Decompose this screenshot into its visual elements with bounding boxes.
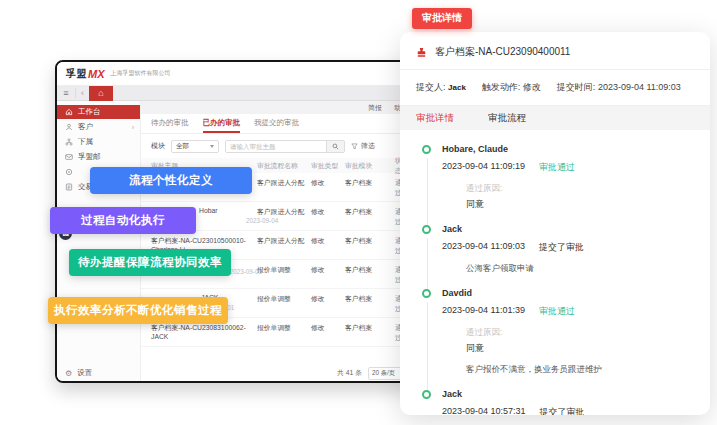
sidebar-collapse-icon[interactable]: ≡	[57, 88, 75, 98]
approval-result-link[interactable]: 审批通过	[539, 305, 575, 318]
row-type: 修改	[311, 265, 345, 288]
reason-label: 通过原因:	[466, 183, 694, 195]
approver-name: Jack	[442, 224, 694, 234]
user-icon	[65, 123, 73, 131]
sidebar-item-customers[interactable]: 客户 ›	[57, 120, 140, 134]
timeline-entry: Davdid 2023-09-04 11:01:39 审批通过 通过原因: 同意…	[422, 288, 694, 389]
feature-banner-todo-reminder: 待办提醒保障流程协同效率	[69, 249, 231, 276]
approval-result-link[interactable]: 审批通过	[539, 161, 575, 174]
feature-banner-efficiency-analysis: 执行效率分析不断优化销售过程	[48, 297, 228, 324]
reason-value: 同意	[466, 198, 694, 211]
approval-detail-panel: 客户档案-NA-CU23090400011 提交人: Jack 触发动作: 修改…	[400, 32, 710, 415]
approval-timestamp: 2023-09-04 11:09:03	[442, 241, 525, 254]
stamp-icon	[416, 47, 427, 58]
sidebar-item-label: 下属	[78, 137, 93, 147]
pagination: 共 41 条 20 条/页	[141, 363, 418, 383]
row-module: 客户档案	[345, 323, 395, 346]
row-flow: 客户跟进人分配	[257, 207, 311, 230]
mail-icon	[65, 153, 73, 161]
home-tab[interactable]: ⌂	[89, 86, 113, 101]
approval-timestamp: 2023-09-04 11:09:19	[442, 161, 525, 174]
col-flow-name: 审批流程名称	[257, 161, 311, 171]
col-module: 审批模块	[345, 161, 395, 171]
window-header: 孚盟 MX 上海孚盟软件有限公司	[57, 62, 418, 86]
module-select-value: 全部	[176, 142, 189, 151]
module-select[interactable]: 全部	[171, 140, 219, 153]
link-briefing[interactable]: 简报	[368, 103, 382, 113]
feature-banner-process-customization: 流程个性化定义	[90, 167, 252, 194]
row-theme: 客户档案-NA-CU23083100062- JACK	[151, 324, 246, 340]
sidebar-item-label: 客户	[78, 122, 93, 132]
org-icon	[65, 138, 73, 146]
timeline-note: 公海客户领取申请	[466, 263, 694, 275]
main-content: 简报 动态 待办的审批 已办的审批 我提交的审批 模块 全部	[141, 101, 418, 383]
row-type: 修改	[311, 236, 345, 259]
timeline-node-icon	[422, 145, 431, 154]
approval-detail-badge: 审批详情	[412, 8, 472, 29]
tab-my-submitted-approvals[interactable]: 我提交的审批	[254, 114, 299, 133]
document-title: 客户档案-NA-CU23090400011	[435, 45, 570, 59]
approval-action-text: 提交了审批	[540, 406, 585, 415]
doc-icon	[65, 183, 73, 191]
feature-banner-automation: 过程自动化执行	[50, 207, 196, 234]
chevron-down-icon	[210, 145, 214, 148]
module-filter-label: 模块	[151, 141, 165, 151]
search-input[interactable]	[226, 141, 326, 152]
timeline-entry: Jack 2023-09-04 10:57:31 提交了审批 销售订单审批流程	[422, 389, 694, 415]
funnel-icon	[351, 143, 358, 150]
col-type: 审批类型	[311, 161, 345, 171]
chevron-right-icon: ›	[132, 124, 134, 131]
circle-icon	[65, 168, 73, 176]
timeline-note: 客户报价不满意，换业务员跟进维护	[466, 364, 694, 376]
sidebar: 工作台 客户 › 下属 孚盟邮 交易 ›	[57, 101, 141, 383]
sidebar-item-label: 孚盟邮	[78, 152, 101, 162]
submitter-label: 提交人:	[416, 82, 446, 92]
filter-toggle[interactable]: 筛选	[351, 141, 375, 151]
meta-row: 提交人: Jack 触发动作: 修改 提交时间: 2023-09-04 11:0…	[400, 70, 710, 106]
filter-row: 模块 全部 筛选	[141, 134, 418, 158]
reason-value: 同意	[466, 342, 694, 355]
brand-logo: 孚盟	[66, 67, 87, 81]
detail-panel-tabs: 审批详情 审批流程	[400, 106, 710, 130]
row-module: 客户档案	[345, 178, 395, 201]
approver-name: Jack	[442, 389, 694, 399]
back-chevron-icon[interactable]: ‹	[75, 88, 89, 98]
search-icon	[332, 143, 339, 150]
approval-timeline: Hobare, Claude 2023-09-04 11:09:19 审批通过 …	[400, 130, 710, 415]
row-type: 修改	[311, 207, 345, 230]
time-label: 提交时间:	[557, 82, 596, 92]
approval-tabs: 待办的审批 已办的审批 我提交的审批	[141, 114, 418, 134]
submitter-value: Jack	[448, 83, 466, 92]
filter-label: 筛选	[361, 141, 375, 151]
time-value: 2023-09-04 11:09:03	[598, 82, 681, 92]
search-button[interactable]	[326, 141, 344, 152]
row-flow: 报价单调整	[257, 323, 311, 346]
tab-strip: ≡ ‹ ⌂	[57, 86, 418, 101]
timeline-entry: Jack 2023-09-04 11:09:03 提交了审批 公海客户领取申请	[422, 224, 694, 288]
row-module: 客户档案	[345, 236, 395, 259]
tab-approval-detail[interactable]: 审批详情	[416, 112, 454, 125]
tab-approval-flow[interactable]: 审批流程	[488, 112, 526, 125]
row-type: 修改	[311, 294, 345, 317]
timeline-node-icon	[422, 289, 431, 298]
row-module: 客户档案	[345, 265, 395, 288]
sidebar-item-label: 设置	[77, 368, 92, 378]
tab-pending-approvals[interactable]: 待办的审批	[151, 114, 189, 133]
sidebar-item-mail[interactable]: 孚盟邮	[57, 150, 140, 164]
reason-label: 通过原因:	[466, 327, 694, 339]
total-count: 共 41 条	[337, 368, 362, 378]
approver-name: Hobare, Claude	[442, 144, 694, 154]
gear-icon: ⚙	[65, 369, 72, 378]
row-type: 修改	[311, 323, 345, 346]
search-box	[225, 140, 345, 153]
approval-timestamp: 2023-09-04 10:57:31	[442, 406, 526, 415]
sidebar-item-settings[interactable]: ⚙ 设置	[65, 368, 92, 378]
approval-action-text: 提交了审批	[539, 241, 584, 254]
page-size-value: 20 条/页	[372, 369, 395, 378]
sidebar-item-subordinates[interactable]: 下属	[57, 135, 140, 149]
timeline-node-icon	[422, 390, 431, 399]
row-flow: 报价单调整	[257, 294, 311, 317]
workspace-topbar: 简报 动态	[141, 101, 418, 114]
sidebar-item-workbench[interactable]: 工作台	[57, 105, 140, 119]
tab-done-approvals[interactable]: 已办的审批	[203, 114, 241, 133]
